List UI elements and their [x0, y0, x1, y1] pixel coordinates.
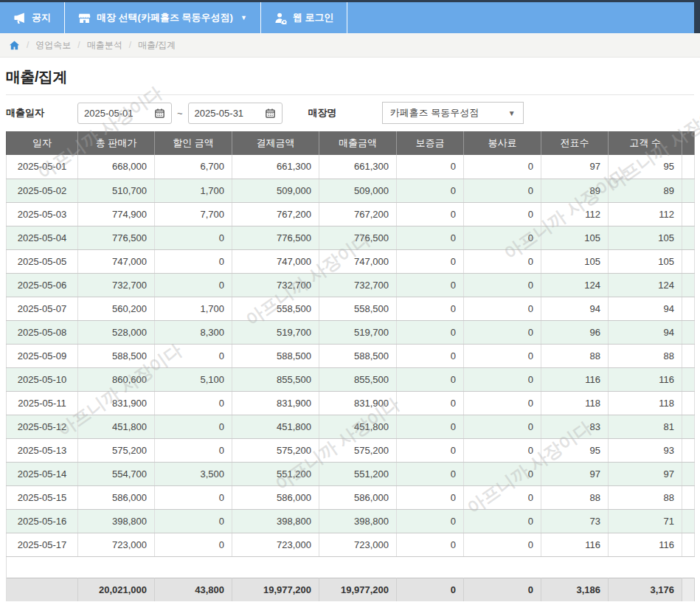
row-spacer-cell [682, 415, 695, 438]
value-cell: 732,700 [232, 273, 319, 297]
value-cell: 0 [155, 415, 232, 438]
table-row: 2025-05-13575,2000575,200575,200009593 [7, 438, 695, 462]
home-icon[interactable] [9, 40, 20, 51]
row-spacer-cell [682, 179, 695, 202]
value-cell: 0 [155, 344, 232, 367]
value-cell: 7,700 [155, 202, 232, 226]
calendar-icon[interactable] [154, 108, 165, 119]
breadcrumb-item-sales-news[interactable]: 영업속보 [35, 39, 71, 52]
value-cell: 767,200 [232, 202, 319, 226]
topbar: 공지 매장 선택(카페홀즈 목동우성점) ▼ 웹 로그인 [0, 0, 700, 33]
value-cell: 588,500 [78, 344, 155, 367]
row-spacer-cell [682, 155, 695, 179]
value-cell: 116 [609, 533, 682, 556]
breadcrumb-separator: / [27, 40, 29, 50]
value-cell: 73 [541, 509, 609, 533]
value-cell: 0 [397, 438, 464, 462]
value-cell: 1,700 [155, 297, 232, 320]
value-cell: 723,000 [319, 533, 397, 556]
value-cell: 732,700 [78, 273, 155, 297]
value-cell: 509,000 [232, 179, 319, 202]
calendar-icon[interactable] [265, 108, 276, 119]
table-row: 2025-05-04776,5000776,500776,50000105105 [7, 226, 695, 249]
breadcrumb: / 영업속보 / 매출분석 / 매출/집계 [0, 33, 700, 58]
value-cell: 0 [155, 533, 232, 556]
column-header: 전표수 [541, 131, 609, 155]
gap-cell [7, 556, 695, 578]
value-cell: 112 [541, 202, 609, 226]
date-cell: 2025-05-15 [7, 485, 78, 509]
date-cell: 2025-05-07 [7, 297, 78, 320]
notice-button[interactable]: 공지 [0, 2, 65, 33]
breadcrumb-item-sales-analysis[interactable]: 매출분석 [87, 39, 122, 52]
breadcrumb-item-sales-summary[interactable]: 매출/집계 [138, 39, 176, 52]
value-cell: 0 [397, 226, 464, 249]
value-cell: 0 [397, 462, 464, 485]
value-cell: 831,900 [232, 391, 319, 415]
value-cell: 451,800 [78, 415, 155, 438]
breadcrumb-separator: / [129, 40, 131, 50]
value-cell: 510,700 [78, 179, 155, 202]
value-cell: 118 [609, 391, 682, 415]
web-login-button[interactable]: 웹 로그인 [261, 2, 348, 33]
value-cell: 3,186 [541, 578, 609, 601]
value-cell: 19,977,200 [232, 578, 319, 601]
value-cell: 81 [609, 415, 682, 438]
date-cell: 2025-05-08 [7, 320, 78, 344]
value-cell: 0 [397, 578, 464, 601]
table-row: 2025-05-05747,0000747,000747,00000105105 [7, 249, 695, 273]
store-select-dropdown[interactable]: 카페홀즈 목동우성점 ▼ [382, 102, 524, 124]
breadcrumb-separator: / [77, 40, 80, 50]
store-icon [78, 12, 91, 24]
value-cell: 0 [464, 438, 541, 462]
megaphone-icon [13, 12, 26, 24]
date-cell: 2025-05-17 [7, 533, 78, 556]
table-row: 2025-05-15586,0000586,000586,000008888 [7, 485, 695, 509]
value-cell: 0 [464, 155, 541, 179]
value-cell: 116 [609, 367, 682, 391]
table-row: 2025-05-14554,7003,500551,200551,2000097… [7, 462, 695, 485]
value-cell: 97 [609, 462, 682, 485]
value-cell: 0 [397, 202, 464, 226]
value-cell: 0 [397, 179, 464, 202]
value-cell: 398,800 [78, 509, 155, 533]
store-select-button[interactable]: 매장 선택(카페홀즈 목동우성점) ▼ [65, 2, 261, 33]
value-cell: 0 [464, 344, 541, 367]
value-cell: 528,000 [78, 320, 155, 344]
value-cell: 3,500 [155, 462, 232, 485]
date-cell: 2025-05-13 [7, 438, 78, 462]
value-cell: 519,700 [232, 320, 319, 344]
value-cell: 831,900 [78, 391, 155, 415]
value-cell: 0 [397, 273, 464, 297]
value-cell: 105 [541, 249, 609, 273]
value-cell: 0 [464, 249, 541, 273]
value-cell: 855,500 [232, 367, 319, 391]
value-cell: 0 [397, 249, 464, 273]
row-spacer-cell [682, 578, 695, 601]
date-to-input[interactable]: 2025-05-31 [188, 103, 283, 124]
value-cell: 747,000 [78, 249, 155, 273]
value-cell: 0 [155, 249, 232, 273]
value-cell: 88 [541, 485, 609, 509]
value-cell: 116 [541, 533, 609, 556]
row-spacer-cell [682, 391, 695, 415]
value-cell: 0 [397, 320, 464, 344]
caret-down-icon: ▼ [240, 14, 247, 21]
table-row: 2025-05-16398,8000398,800398,800007371 [7, 509, 695, 533]
date-cell: 2025-05-05 [7, 249, 78, 273]
date-from-input[interactable]: 2025-05-01 [77, 103, 172, 124]
value-cell: 519,700 [319, 320, 397, 344]
value-cell: 0 [464, 226, 541, 249]
value-cell: 0 [464, 391, 541, 415]
value-cell: 0 [155, 509, 232, 533]
value-cell: 96 [541, 320, 609, 344]
value-cell: 551,200 [319, 462, 397, 485]
value-cell: 776,500 [319, 226, 397, 249]
row-spacer-cell [682, 462, 695, 485]
value-cell: 586,000 [319, 485, 397, 509]
column-header: 할인 금액 [155, 131, 232, 155]
date-cell: 2025-05-16 [7, 509, 78, 533]
range-separator: ~ [177, 108, 183, 119]
column-header: 매출금액 [319, 131, 397, 155]
value-cell: 0 [464, 415, 541, 438]
